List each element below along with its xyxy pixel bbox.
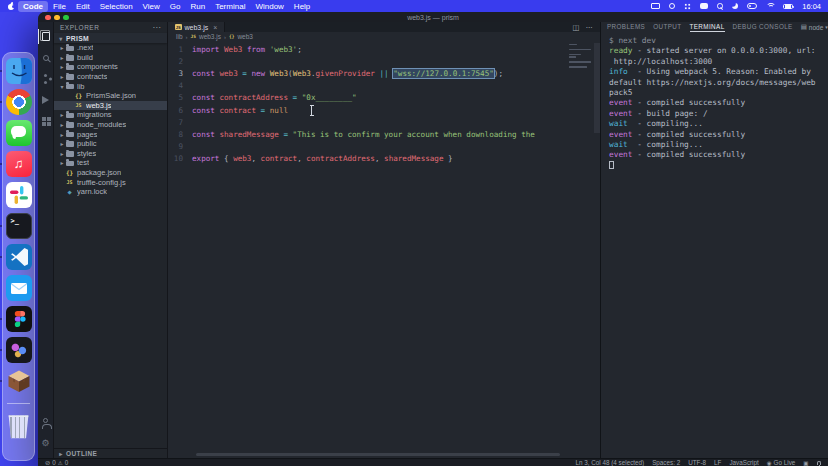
eol-setting[interactable]: LF bbox=[714, 459, 721, 466]
breadcrumb-segment-web3[interactable]: web3 bbox=[237, 33, 253, 40]
window-zoom-button[interactable] bbox=[63, 15, 69, 21]
minimap[interactable] bbox=[569, 44, 592, 69]
outline-section-header[interactable]: ▸ OUTLINE bbox=[54, 448, 167, 458]
problems-status[interactable]: ⊘ 0 ⚠ 0 bbox=[45, 459, 68, 466]
editor-more-actions-icon[interactable]: ⋯ bbox=[586, 23, 594, 32]
tree-item-web3-js[interactable]: JSweb3.js bbox=[54, 101, 167, 111]
panel-tab-terminal[interactable]: TERMINAL bbox=[690, 23, 725, 32]
screen-mirroring-icon[interactable] bbox=[651, 3, 660, 9]
breadcrumb-segment-web3-js[interactable]: web3.js bbox=[199, 33, 221, 40]
layout-icon[interactable]: ▣ bbox=[803, 460, 808, 466]
menu-item-view[interactable]: View bbox=[138, 1, 165, 12]
window-title-bar[interactable]: web3.js — prism bbox=[38, 12, 828, 22]
focus-moon-icon[interactable] bbox=[732, 3, 739, 10]
explorer-icon[interactable] bbox=[38, 26, 54, 47]
dock-slack-app[interactable] bbox=[6, 182, 32, 208]
code-line-5[interactable]: 5const contractAddress = "0x________" bbox=[168, 92, 566, 104]
control-center-icon[interactable] bbox=[747, 3, 757, 9]
tree-item-pages[interactable]: ▸pages bbox=[54, 129, 167, 139]
menu-item-window[interactable]: Window bbox=[250, 1, 288, 12]
dock-music-app[interactable]: ♫ bbox=[6, 151, 32, 177]
battery-icon[interactable] bbox=[783, 4, 793, 9]
tab-web3js[interactable]: JS web3.js × bbox=[168, 22, 225, 32]
terminal-text: - compiled successfully bbox=[632, 98, 745, 107]
tree-item--next[interactable]: ▸.next bbox=[54, 43, 167, 53]
tree-item-public[interactable]: ▸public bbox=[54, 139, 167, 149]
extensions-icon[interactable] bbox=[38, 110, 54, 131]
dock-messages-app[interactable] bbox=[6, 120, 32, 146]
keyboard-settings-icon[interactable] bbox=[684, 3, 691, 10]
dock-finder-app[interactable] bbox=[6, 58, 32, 84]
tree-item-truffle-config-js[interactable]: JStruffle-config.js bbox=[54, 177, 167, 187]
dock-terminal-app[interactable] bbox=[6, 213, 32, 239]
tree-item-prismsale-json[interactable]: {}PrismSale.json bbox=[54, 91, 167, 101]
code-line-4[interactable]: 4 bbox=[168, 80, 566, 92]
wifi-icon[interactable] bbox=[766, 3, 774, 10]
dock-vscode-app[interactable] bbox=[6, 244, 32, 270]
language-mode[interactable]: JavaScript bbox=[729, 459, 758, 466]
dock-mail-app[interactable] bbox=[6, 275, 32, 301]
code-line-6[interactable]: 6const contract = null bbox=[168, 104, 566, 116]
apple-menu-icon[interactable] bbox=[7, 2, 14, 10]
tree-item-test[interactable]: ▸test bbox=[54, 158, 167, 168]
menu-item-code[interactable]: Code bbox=[18, 1, 48, 12]
tree-item-contracts[interactable]: ▸contracts bbox=[54, 72, 167, 82]
dock-trash[interactable] bbox=[6, 413, 32, 439]
horizontal-scrollbar[interactable] bbox=[196, 453, 560, 457]
panel-tab-debug-console[interactable]: DEBUG CONSOLE bbox=[733, 23, 793, 32]
code-line-9[interactable]: 9 bbox=[168, 141, 566, 153]
source-control-icon[interactable] bbox=[38, 68, 54, 89]
dock-chrome-app[interactable] bbox=[6, 89, 32, 115]
menu-item-run[interactable]: Run bbox=[185, 1, 210, 12]
search-icon[interactable] bbox=[38, 47, 54, 68]
explorer-more-actions-icon[interactable]: ⋯ bbox=[153, 23, 162, 32]
code-editor[interactable]: JS web3.js × ◫ ⋯ lib›JSweb3.js›{}web3 1i… bbox=[168, 22, 600, 458]
tree-item-node-modules[interactable]: ▸node_modules bbox=[54, 120, 167, 130]
stage-manager-icon[interactable] bbox=[669, 3, 676, 10]
vscode-icon bbox=[6, 244, 32, 270]
encoding-setting[interactable]: UTF-8 bbox=[688, 459, 706, 466]
menu-item-selection[interactable]: Selection bbox=[95, 1, 138, 12]
tree-item-lib[interactable]: ▾lib bbox=[54, 81, 167, 91]
window-minimize-button[interactable] bbox=[54, 15, 60, 21]
code-line-10[interactable]: 10export { web3, contract, contractAddre… bbox=[168, 153, 566, 165]
breadcrumb-segment-lib[interactable]: lib bbox=[176, 33, 183, 40]
workspace-section-header[interactable]: ▾ PRISM bbox=[54, 33, 167, 43]
menu-bar-clock[interactable]: 16:04 bbox=[802, 2, 821, 11]
code-line-2[interactable]: 2 bbox=[168, 55, 566, 67]
dock-figma-app[interactable] bbox=[6, 306, 32, 332]
dock-ganache-app[interactable] bbox=[6, 368, 32, 394]
accounts-icon[interactable] bbox=[38, 412, 54, 433]
indentation-setting[interactable]: Spaces: 2 bbox=[652, 459, 680, 466]
go-live-button[interactable]: ◉ Go Live bbox=[767, 459, 796, 466]
tree-item-migrations[interactable]: ▸migrations bbox=[54, 110, 167, 120]
tab-close-icon[interactable]: × bbox=[213, 24, 217, 31]
menu-item-edit[interactable]: Edit bbox=[71, 1, 95, 12]
terminal-output[interactable]: $ next devready - started server on 0.0.… bbox=[609, 36, 824, 454]
code-line-1[interactable]: 1import Web3 from 'web3'; bbox=[168, 43, 566, 55]
messages-status-icon[interactable] bbox=[700, 3, 708, 9]
spotlight-icon[interactable] bbox=[717, 3, 723, 9]
menu-item-file[interactable]: File bbox=[48, 1, 71, 12]
tree-item-yarn-lock[interactable]: ◆yarn.lock bbox=[54, 187, 167, 197]
window-close-button[interactable] bbox=[45, 15, 51, 21]
split-editor-icon[interactable]: ◫ bbox=[572, 23, 579, 32]
tree-item-components[interactable]: ▸components bbox=[54, 62, 167, 72]
panel-tab-problems[interactable]: PROBLEMS bbox=[607, 23, 645, 32]
code-line-8[interactable]: 8const sharedMessage = "This is to confi… bbox=[168, 128, 566, 140]
terminal-shell-select[interactable]: ▤ node ▾ bbox=[801, 23, 828, 31]
menu-item-help[interactable]: Help bbox=[289, 1, 315, 12]
tree-item-styles[interactable]: ▸styles bbox=[54, 149, 167, 159]
code-line-3[interactable]: 3const web3 = new Web3(Web3.givenProvide… bbox=[168, 67, 566, 79]
tree-item-package-json[interactable]: {}package.json bbox=[54, 168, 167, 178]
panel-tab-output[interactable]: OUTPUT bbox=[653, 23, 681, 32]
cursor-position[interactable]: Ln 3, Col 48 (4 selected) bbox=[576, 459, 645, 466]
settings-gear-icon[interactable]: ⚙ bbox=[38, 433, 54, 454]
notifications-bell-icon[interactable] bbox=[817, 461, 822, 465]
menu-item-go[interactable]: Go bbox=[165, 1, 186, 12]
run-debug-icon[interactable] bbox=[38, 89, 54, 110]
code-line-7[interactable]: 7 bbox=[168, 116, 566, 128]
menu-item-terminal[interactable]: Terminal bbox=[210, 1, 250, 12]
dock-media-app[interactable] bbox=[6, 337, 32, 363]
tree-item-build[interactable]: ▸build bbox=[54, 53, 167, 63]
